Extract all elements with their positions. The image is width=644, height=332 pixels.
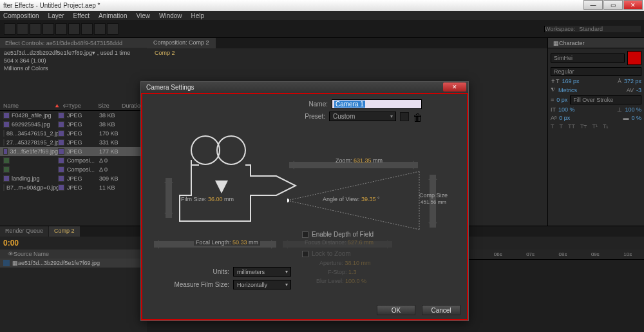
tool-text[interactable] (107, 23, 118, 35)
kerning-icon: ⧨ (551, 86, 556, 93)
subscript[interactable]: T₁ (603, 123, 609, 130)
menu-composition[interactable]: Composition (3, 12, 39, 19)
project-item[interactable]: Composi...Δ 0 (0, 165, 147, 174)
enable-dof-checkbox[interactable]: Enable Depth of Field (302, 231, 374, 238)
project-item[interactable]: B7...m=90&gp=0.jpgJPEG11 KB (0, 183, 147, 192)
tool-mask[interactable] (81, 23, 93, 35)
project-item[interactable]: 88...345476151_2.jpgJPEG170 KB (0, 129, 147, 138)
timecode[interactable]: 0:00 (3, 239, 19, 248)
tool-bar: Workspace: Standard (0, 20, 644, 38)
project-header: Name 🔺 🏷 Type Size Duration (0, 101, 147, 111)
ok-button[interactable]: OK (377, 305, 415, 315)
comp-tab-bar: Composition: Comp 2 (147, 38, 547, 48)
svg-point-6 (287, 199, 289, 202)
maximize-button[interactable]: ▭ (603, 0, 623, 10)
workspace-label: Workspace: (545, 26, 575, 32)
preset-label: Preset: (305, 113, 325, 120)
project-item[interactable]: Composi...Δ 0 (0, 156, 147, 165)
leading-value[interactable]: 372 px (624, 78, 641, 84)
tracking-icon: AV (627, 87, 634, 93)
tsume[interactable]: 0 % (631, 115, 641, 121)
asset-dims-line: 504 x 364 (1.00) (4, 57, 143, 64)
faux-italic[interactable]: T (560, 123, 564, 130)
zoom-value[interactable]: 631.35 (354, 157, 372, 164)
menu-animation[interactable]: Animation (99, 12, 127, 19)
fill-over-stroke[interactable]: Fill Over Stroke (570, 95, 641, 104)
asset-name-line: ae51f3d...d23b292df5e1fe7f69.jpg▾ , used… (4, 50, 143, 56)
project-item[interactable]: 692925945.jpgJPEG38 KB (0, 120, 147, 129)
focus-readout: Focus Distance: 527.6 mm (305, 239, 374, 246)
tool-zoom[interactable] (30, 23, 41, 35)
menu-bar: Composition Layer Effect Animation View … (0, 11, 644, 20)
tool-pan[interactable] (68, 23, 80, 35)
focal-value[interactable]: 50.33 (232, 239, 247, 246)
save-preset-icon[interactable] (400, 112, 409, 121)
source-name-header[interactable]: 👁 Source Name (0, 249, 147, 259)
font-style-dropdown[interactable]: Regular (551, 67, 641, 76)
measure-label: Measure Film Size: (168, 281, 229, 288)
font-size[interactable]: 169 px (562, 78, 580, 84)
dialog-close-button[interactable]: ✕ (443, 83, 466, 92)
col-name[interactable]: Name (3, 103, 53, 109)
fill-color-swatch[interactable] (627, 51, 641, 65)
visibility-toggle[interactable] (3, 260, 10, 266)
character-panel-header[interactable]: ▦ Character (548, 38, 644, 48)
timeline-layer-row[interactable]: ▦ ae51f3d...3b292df5e1fe7f69.jpg (0, 259, 147, 268)
minimize-button[interactable]: — (583, 0, 603, 10)
angle-value[interactable]: 39.35 (361, 196, 376, 202)
baseline[interactable]: 0 px (559, 115, 570, 121)
zoom-readout: Zoom: 631.35 mm (336, 157, 383, 164)
project-item[interactable]: 27...453278195_2.jpgJPEG331 KB (0, 138, 147, 147)
dialog-titlebar[interactable]: Camera Settings ✕ (141, 82, 468, 93)
faux-bold[interactable]: T (551, 123, 554, 130)
svg-point-0 (191, 136, 220, 164)
vscale[interactable]: 100 % (558, 106, 575, 113)
col-size[interactable]: Size (98, 103, 122, 109)
comp-tab[interactable]: Composition: Comp 2 (147, 38, 216, 48)
stroke-value[interactable]: 0 px (556, 97, 567, 103)
text-size-icon: ✝T (551, 78, 560, 84)
tool-selection[interactable] (4, 23, 15, 35)
tracking-value[interactable]: -3 (636, 87, 641, 93)
camera-illustration (154, 134, 302, 237)
small-caps[interactable]: Tᴛ (580, 123, 587, 130)
project-item[interactable]: 3d...f5e1fe7f69.jpgJPEG177 KB (0, 147, 147, 156)
menu-window[interactable]: Window (159, 12, 182, 19)
tab-comp2[interactable]: Comp 2 (49, 226, 80, 237)
project-item[interactable]: landing.jpgJPEG309 KB (0, 174, 147, 183)
menu-help[interactable]: Help (191, 12, 205, 19)
lock-zoom-checkbox[interactable]: Lock to Zoom (302, 250, 351, 257)
vscale-icon: IT (551, 106, 556, 113)
measure-dropdown[interactable]: Horizontally (233, 280, 291, 289)
delete-preset-icon[interactable]: 🗑 (413, 112, 422, 121)
tool-rotate[interactable] (43, 23, 54, 35)
workspace-value[interactable]: Standard (579, 26, 603, 32)
menu-view[interactable]: View (136, 12, 150, 19)
units-dropdown[interactable]: millimeters (233, 267, 291, 277)
menu-layer[interactable]: Layer (48, 12, 64, 19)
tool-pen[interactable] (94, 23, 106, 35)
kerning-value[interactable]: Metrics (558, 87, 577, 93)
stroke-icon: ≡ (551, 97, 554, 103)
hscale-icon: ⊥ (617, 106, 622, 113)
preset-dropdown[interactable]: Custom (329, 112, 396, 121)
asset-info: ae51f3d...d23b292df5e1fe7f69.jpg▾ , used… (0, 48, 147, 75)
comp-breadcrumb[interactable]: Comp 2 (147, 48, 547, 57)
hscale[interactable]: 100 % (625, 106, 641, 113)
tab-render-queue[interactable]: Render Queue (0, 226, 48, 237)
font-family-dropdown[interactable]: SimHei (551, 54, 625, 63)
units-label: Units: (168, 268, 229, 275)
cancel-button[interactable]: Cancel (422, 305, 460, 315)
effect-controls-tab[interactable]: Effect Controls: ae51f3dedb48f9-5473158d… (0, 38, 147, 48)
col-type[interactable]: Type (68, 103, 98, 109)
menu-effect[interactable]: Effect (73, 12, 90, 19)
superscript[interactable]: T¹ (592, 123, 598, 130)
filmsize-value[interactable]: 36.00 (208, 196, 223, 202)
tool-camera[interactable] (55, 23, 67, 35)
all-caps[interactable]: TT (568, 123, 575, 130)
tool-hand[interactable] (17, 23, 28, 35)
project-item[interactable]: F0428_afile.jpgJPEG38 KB (0, 111, 147, 120)
focal-readout: Focal Length: 50.33 mm (194, 239, 260, 246)
close-window-button[interactable]: ✕ (623, 0, 643, 10)
camera-name-input[interactable]: Camera 1 (334, 101, 365, 108)
